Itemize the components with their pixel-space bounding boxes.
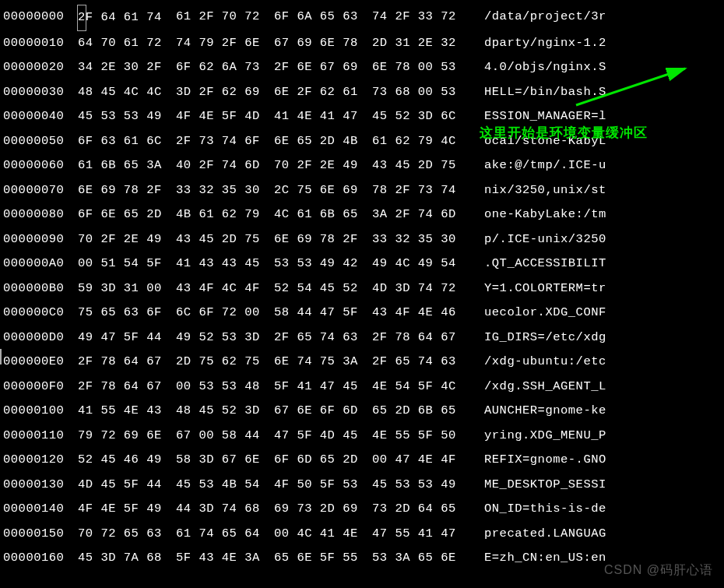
hex-group[interactable]: 52 54 45 52 [274,276,372,301]
hex-group[interactable]: 43 4F 4C 4F [176,276,274,301]
hex-group[interactable]: 73 68 00 53 [372,80,470,105]
hex-group[interactable]: 2F 78 64 67 [372,326,470,350]
hex-row[interactable]: 000000002F 64 61 7461 2F 70 726F 6A 65 6… [0,5,724,31]
ascii-column[interactable]: IG_DIRS=/etc/xdg [470,326,606,350]
hex-row[interactable]: 0000003048 45 4C 4C3D 2F 62 696E 2F 62 6… [0,80,724,105]
ascii-column[interactable]: /data/project/3r [470,5,606,31]
ascii-column[interactable]: AUNCHER=gnome-ke [470,399,606,424]
hex-group[interactable]: 5F 43 4E 3A [176,546,274,571]
hex-group[interactable]: 45 53 4B 54 [176,473,274,498]
hex-group[interactable]: 43 45 2D 75 [372,153,470,178]
hex-row[interactable]: 0000015070 72 65 6361 74 65 6400 4C 41 4… [0,522,724,547]
hex-group[interactable]: 33 32 35 30 [372,227,470,252]
hex-group[interactable]: 49 47 5F 44 [78,326,176,350]
hex-group[interactable]: 53 3A 65 6E [372,546,470,571]
hex-group[interactable]: 2F 65 74 63 [274,326,372,350]
ascii-column[interactable]: 4.0/objs/nginx.S [470,55,606,80]
hex-group[interactable]: 4C 61 6B 65 [274,202,372,227]
hex-group[interactable]: 6E 74 75 3A [274,350,372,375]
hex-row[interactable]: 000000D049 47 5F 4449 52 53 3D2F 65 74 6… [0,326,724,350]
hex-group[interactable]: 48 45 52 3D [176,399,274,424]
hex-group[interactable]: 53 53 49 42 [274,252,372,276]
ascii-column[interactable]: yring.XDG_MENU_P [470,424,606,449]
ascii-column[interactable]: ON_ID=this-is-de [470,497,606,522]
hex-group[interactable]: 3A 2F 74 6D [372,202,470,227]
hex-group[interactable]: 4F 4E 5F 4D [176,104,274,129]
hex-group[interactable]: 33 32 35 30 [176,178,274,203]
ascii-column[interactable]: dparty/nginx-1.2 [470,31,606,56]
hex-group[interactable]: 67 69 6E 78 [274,31,372,56]
hex-group[interactable]: 2F 73 74 6F [176,129,274,154]
hex-group[interactable]: 00 47 4E 4F [372,448,470,473]
hex-row[interactable]: 0000009070 2F 2E 4943 45 2D 756E 69 78 2… [0,227,724,252]
hex-group[interactable]: 34 2E 30 2F [78,55,176,80]
hex-group[interactable]: 74 2F 33 72 [372,5,470,31]
hex-group[interactable]: 45 3D 7A 68 [78,546,176,571]
ascii-column[interactable]: one-KabyLake:/tm [470,202,606,227]
hex-dump-view[interactable]: 000000002F 64 61 7461 2F 70 726F 6A 65 6… [0,5,724,571]
hex-group[interactable]: 2D 75 62 75 [176,350,274,375]
hex-group[interactable]: 4B 61 62 79 [176,202,274,227]
ascii-column[interactable]: ME_DESKTOP_SESSI [470,473,606,498]
hex-group[interactable]: 6F 6A 65 63 [274,5,372,31]
hex-group[interactable]: 48 45 4C 4C [78,80,176,105]
hex-group[interactable]: 2F 65 74 63 [372,350,470,375]
hex-group[interactable]: 52 45 46 49 [78,448,176,473]
hex-group[interactable]: 2C 75 6E 69 [274,178,372,203]
hex-group[interactable]: 5F 41 47 45 [274,375,372,400]
hex-group[interactable]: 61 2F 70 72 [176,5,274,31]
hex-group[interactable]: 47 5F 4D 45 [274,424,372,449]
hex-group[interactable]: 41 55 4E 43 [78,399,176,424]
hex-group[interactable]: 6F 62 6A 73 [176,55,274,80]
hex-group[interactable]: 70 2F 2E 49 [78,227,176,252]
hex-row[interactable]: 000000B059 3D 31 0043 4F 4C 4F52 54 45 5… [0,276,724,301]
hex-group[interactable]: 73 2D 64 65 [372,497,470,522]
hex-group[interactable]: 58 3D 67 6E [176,448,274,473]
ascii-column[interactable]: uecolor.XDG_CONF [470,301,606,326]
hex-group[interactable]: 40 2F 74 6D [176,153,274,178]
hex-group[interactable]: 79 72 69 6E [78,424,176,449]
hex-group[interactable]: 4E 55 5F 50 [372,424,470,449]
hex-row[interactable]: 000000706E 69 78 2F33 32 35 302C 75 6E 6… [0,178,724,203]
ascii-column[interactable]: p/.ICE-unix/3250 [470,227,606,252]
hex-group[interactable]: 2F 78 64 67 [78,350,176,375]
hex-row[interactable]: 0000002034 2E 30 2F6F 62 6A 732F 6E 67 6… [0,55,724,80]
hex-group[interactable]: 49 52 53 3D [176,326,274,350]
hex-group[interactable]: 47 55 41 47 [372,522,470,547]
hex-group[interactable]: 61 6B 65 3A [78,153,176,178]
hex-group[interactable]: 3D 2F 62 69 [176,80,274,105]
hex-row[interactable]: 000001304D 45 5F 4445 53 4B 544F 50 5F 5… [0,473,724,498]
hex-group[interactable]: 74 79 2F 6E [176,31,274,56]
ascii-column[interactable]: nix/3250,unix/st [470,178,606,203]
hex-group[interactable]: 6E 65 2D 4B [274,129,372,154]
hex-row[interactable]: 0000001064 70 61 7274 79 2F 6E67 69 6E 7… [0,31,724,56]
hex-group[interactable]: 69 73 2D 69 [274,497,372,522]
hex-group[interactable]: 2D 31 2E 32 [372,31,470,56]
hex-group[interactable]: 67 00 58 44 [176,424,274,449]
hex-group[interactable]: 45 52 3D 6C [372,104,470,129]
hex-row[interactable]: 000000806F 6E 65 2D4B 61 62 794C 61 6B 6… [0,202,724,227]
hex-group[interactable]: 2F 64 61 74 [78,5,176,31]
ascii-column[interactable]: HELL=/bin/bash.S [470,80,606,105]
hex-row[interactable]: 0000011079 72 69 6E67 00 58 4447 5F 4D 4… [0,424,724,449]
hex-group[interactable]: 58 44 47 5F [274,301,372,326]
ascii-column[interactable]: /xdg-ubuntu:/etc [470,350,606,375]
hex-group[interactable]: 45 53 53 49 [372,473,470,498]
ascii-column[interactable]: REFIX=gnome-.GNO [470,448,606,473]
hex-row[interactable]: 0000010041 55 4E 4348 45 52 3D67 6E 6F 6… [0,399,724,424]
hex-row[interactable]: 000000C075 65 63 6F6C 6F 72 0058 44 47 5… [0,301,724,326]
ascii-column[interactable]: .QT_ACCESSIBILIT [470,252,606,276]
hex-group[interactable]: 75 65 63 6F [78,301,176,326]
hex-group[interactable]: 44 3D 74 68 [176,497,274,522]
hex-row[interactable]: 000001404F 4E 5F 4944 3D 74 6869 73 2D 6… [0,497,724,522]
hex-group[interactable]: 4D 45 5F 44 [78,473,176,498]
hex-group[interactable]: 6E 69 78 2F [274,227,372,252]
hex-row[interactable]: 000000A000 51 54 5F41 43 43 4553 53 49 4… [0,252,724,276]
hex-group[interactable]: 6F 6E 65 2D [78,202,176,227]
hex-group[interactable]: 41 4E 41 47 [274,104,372,129]
hex-group[interactable]: 70 2F 2E 49 [274,153,372,178]
hex-group[interactable]: 00 53 53 48 [176,375,274,400]
hex-group[interactable]: 65 6E 5F 55 [274,546,372,571]
hex-row[interactable]: 0000012052 45 46 4958 3D 67 6E6F 6D 65 2… [0,448,724,473]
hex-group[interactable]: 2F 6E 67 69 [274,55,372,80]
